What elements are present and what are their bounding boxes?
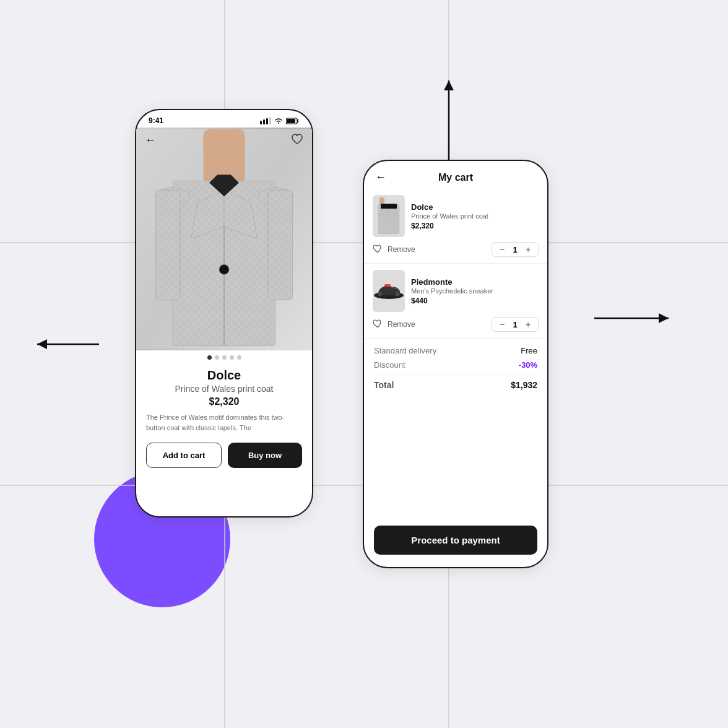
delivery-row: Standard delivery Free <box>374 346 537 355</box>
delivery-value: Free <box>521 346 537 355</box>
dot-1[interactable] <box>207 355 212 360</box>
svg-point-43 <box>378 292 382 296</box>
svg-marker-5 <box>37 339 47 349</box>
action-buttons: Add to cart Buy now <box>136 438 312 475</box>
svg-rect-33 <box>268 190 292 300</box>
back-button[interactable]: ← <box>145 134 156 147</box>
svg-rect-10 <box>260 121 262 124</box>
product-info: Dolce Prince of Wales print coat $2,320 <box>136 365 312 407</box>
sneaker-wishlist-button[interactable] <box>373 319 383 330</box>
product-description: The Prince of Wales motif dominates this… <box>136 407 312 438</box>
status-icons <box>260 117 300 124</box>
coat-qty-control: − 1 + <box>492 242 539 257</box>
time-display: 9:41 <box>149 116 163 125</box>
status-bar: 9:41 <box>136 110 312 128</box>
coat-wishlist-button[interactable] <box>373 245 383 255</box>
discount-value: -30% <box>519 360 537 370</box>
sneaker-qty-increase[interactable]: + <box>523 319 533 329</box>
svg-rect-15 <box>287 119 295 123</box>
add-to-cart-button[interactable]: Add to cart <box>146 443 222 468</box>
sneaker-item-name: Men's Psychedelic sneaker <box>411 287 539 295</box>
signal-icon <box>260 117 271 124</box>
coat-remove-button[interactable]: Remove <box>388 245 487 254</box>
product-price: $2,320 <box>146 396 302 407</box>
coat-brand: Dolce <box>411 202 539 212</box>
product-image-area: ← <box>136 128 312 350</box>
sneaker-thumbnail <box>373 270 405 312</box>
sneaker-qty-value: 1 <box>511 320 519 329</box>
dot-4[interactable] <box>230 355 234 360</box>
image-dots <box>136 350 312 365</box>
sneaker-brand: Piedmonte <box>411 277 539 287</box>
coat-qty-decrease[interactable]: − <box>497 245 507 254</box>
delivery-label: Standard delivery <box>374 346 436 355</box>
product-name: Prince of Wales print coat <box>146 384 302 394</box>
svg-rect-12 <box>266 118 268 124</box>
svg-marker-7 <box>659 313 669 323</box>
product-brand: Dolce <box>146 368 302 383</box>
battery-icon <box>286 118 300 124</box>
svg-marker-9 <box>444 80 454 90</box>
dot-3[interactable] <box>222 355 227 360</box>
coat-thumbnail <box>373 195 405 237</box>
discount-row: Discount -30% <box>374 360 537 370</box>
sneaker-qty-decrease[interactable]: − <box>497 319 507 329</box>
buy-now-button[interactable]: Buy now <box>228 443 302 468</box>
svg-rect-32 <box>156 190 180 300</box>
dot-2[interactable] <box>215 355 219 360</box>
coat-item-name: Prince of Wales print coat <box>411 212 539 220</box>
svg-point-44 <box>396 292 399 296</box>
product-detail-phone: 9:41 ← <box>135 109 313 518</box>
svg-rect-41 <box>381 204 397 209</box>
total-label: Total <box>374 380 394 390</box>
svg-point-29 <box>219 264 229 274</box>
svg-rect-11 <box>263 119 265 124</box>
coat-image <box>136 128 312 350</box>
sneaker-item-details: Piedmonte Men's Psychedelic sneaker $440 <box>411 277 539 305</box>
dot-5[interactable] <box>237 355 241 360</box>
coat-item-price: $2,320 <box>411 222 539 230</box>
cart-header: ← My cart <box>364 161 547 189</box>
cart-back-button[interactable]: ← <box>375 171 386 184</box>
sneaker-qty-control: − 1 + <box>492 317 539 332</box>
cart-summary: Standard delivery Free Discount -30% Tot… <box>364 339 547 397</box>
sneaker-remove-button[interactable]: Remove <box>388 320 487 329</box>
cart-title: My cart <box>438 172 473 183</box>
cart-item-sneaker: Piedmonte Men's Psychedelic sneaker $440… <box>364 264 547 339</box>
coat-item-controls: Remove − 1 + <box>373 242 539 257</box>
coat-qty-value: 1 <box>511 245 519 254</box>
cart-item-top-sneaker: Piedmonte Men's Psychedelic sneaker $440 <box>373 270 539 312</box>
total-row: Total $1,932 <box>374 380 537 390</box>
cart-item-coat: Dolce Prince of Wales print coat $2,320 … <box>364 189 547 264</box>
total-value: $1,932 <box>511 380 537 390</box>
svg-rect-13 <box>269 117 271 124</box>
cart-item-top-coat: Dolce Prince of Wales print coat $2,320 <box>373 195 539 237</box>
discount-label: Discount <box>374 360 405 370</box>
sneaker-item-price: $440 <box>411 297 539 305</box>
cart-phone: ← My cart <box>363 160 548 568</box>
proceed-to-payment-button[interactable]: Proceed to payment <box>374 526 537 555</box>
wifi-icon <box>274 117 284 124</box>
wishlist-button[interactable] <box>291 134 303 148</box>
coat-qty-increase[interactable]: + <box>523 245 533 254</box>
coat-item-details: Dolce Prince of Wales print coat $2,320 <box>411 202 539 230</box>
summary-divider <box>374 375 537 375</box>
sneaker-item-controls: Remove − 1 + <box>373 317 539 332</box>
